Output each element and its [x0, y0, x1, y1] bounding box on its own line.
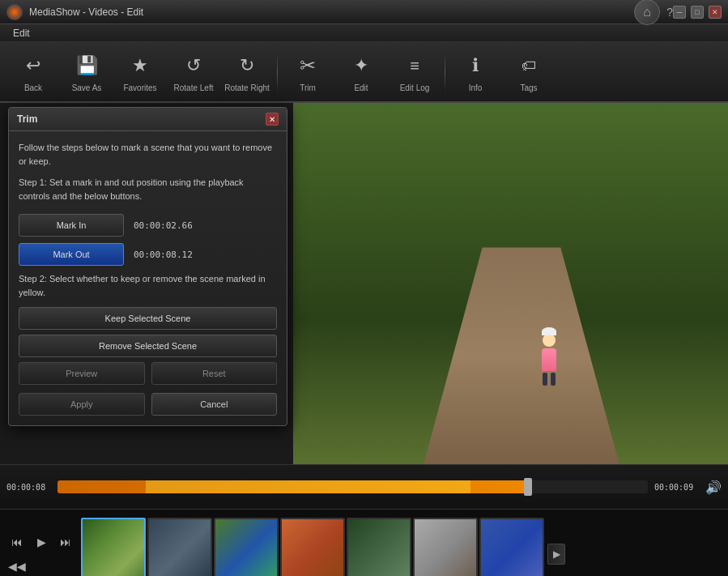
keep-scene-button[interactable]: Keep Selected Scene: [19, 307, 277, 330]
favorites-label: Favorites: [123, 83, 156, 92]
filmstrip: ⏮ ▶ ⏭ ◀◀ ▶: [0, 509, 728, 576]
rotate-right-icon: ↻: [232, 51, 262, 80]
playback-controls: 00:00:08 00:00:09 🔊: [0, 464, 728, 509]
dialog-step1: Step 1: Set a mark in and out position u…: [19, 176, 277, 203]
save-as-label: Save As: [72, 83, 102, 92]
title-bar: MediaShow - Videos - Edit ⌂ ? ─ □ ✕: [0, 0, 728, 24]
info-button[interactable]: ℹ Info: [450, 45, 500, 98]
menu-edit[interactable]: Edit: [6, 26, 36, 41]
info-icon: ℹ: [461, 51, 490, 80]
film-thumb-2[interactable]: [147, 518, 212, 577]
preview-reset-row: Preview Reset: [19, 362, 277, 385]
edit-icon: ✦: [347, 51, 376, 80]
timeline-selection: [146, 480, 470, 493]
film-ctrl-row-2: ◀◀: [6, 556, 76, 577]
dialog-title-text: Trim: [17, 113, 37, 125]
mark-in-time: 00:00:02.66: [134, 220, 193, 231]
film-thumb-6[interactable]: [413, 518, 478, 577]
menu-bar: Edit: [0, 24, 728, 42]
film-thumb-1-image: [83, 519, 144, 577]
mark-out-time: 00:00:08.12: [134, 250, 193, 260]
close-button[interactable]: ✕: [709, 6, 722, 19]
film-thumb-2-image: [149, 519, 211, 577]
rotate-left-label: Rotate Left: [174, 83, 214, 92]
child-body: [542, 348, 556, 371]
film-thumb-4[interactable]: [280, 518, 345, 577]
app-icon: [6, 4, 23, 20]
video-preview: [293, 103, 728, 464]
dialog-instructions: Follow the steps below to mark a scene t…: [19, 141, 277, 168]
dialog-body: Follow the steps below to mark a scene t…: [9, 131, 287, 425]
info-label: Info: [469, 83, 483, 92]
timeline-thumb[interactable]: [524, 478, 532, 496]
back-button[interactable]: ↩ Back: [8, 45, 58, 98]
dialog-close-button[interactable]: ✕: [266, 113, 279, 126]
dialog-title-bar: Trim ✕: [9, 108, 287, 131]
save-as-icon: 💾: [72, 51, 101, 80]
help-button[interactable]: ?: [666, 6, 673, 19]
reset-button[interactable]: Reset: [151, 362, 278, 385]
preview-button[interactable]: Preview: [19, 362, 145, 385]
child-leg-right: [551, 373, 556, 386]
save-as-button[interactable]: 💾 Save As: [62, 45, 112, 98]
favorites-icon: ★: [126, 51, 155, 80]
apply-button[interactable]: Apply: [19, 393, 145, 416]
back-label: Back: [24, 83, 42, 92]
toolbar: ↩ Back 💾 Save As ★ Favorites ↺ Rotate Le…: [0, 42, 728, 103]
cancel-button[interactable]: Cancel: [151, 393, 278, 416]
film-thumb-6-image: [415, 519, 476, 577]
favorites-button[interactable]: ★ Favorites: [115, 45, 165, 98]
trim-label: Trim: [300, 83, 316, 92]
film-thumb-1[interactable]: [81, 518, 146, 577]
child-leg-left: [543, 373, 547, 386]
rewind-button[interactable]: ◀◀: [6, 556, 28, 577]
film-thumb-5[interactable]: [347, 518, 411, 577]
volume-icon[interactable]: 🔊: [705, 480, 722, 495]
toolbar-separator-1: [277, 52, 278, 92]
edit-button[interactable]: ✦ Edit: [336, 45, 386, 98]
film-thumb-4-image: [282, 519, 343, 577]
edit-label: Edit: [354, 83, 368, 92]
film-thumb-7-image: [481, 519, 543, 577]
filmstrip-nav-right[interactable]: ▶: [547, 544, 565, 565]
film-thumb-3[interactable]: [214, 518, 279, 577]
rotate-left-icon: ↺: [179, 51, 208, 80]
tags-label: Tags: [520, 83, 537, 92]
main-area: Trim ✕ Follow the steps below to mark a …: [0, 103, 728, 464]
maximize-button[interactable]: □: [691, 6, 704, 19]
mark-out-button[interactable]: Mark Out: [19, 243, 124, 266]
edit-log-icon: ≡: [400, 51, 429, 80]
edit-log-label: Edit Log: [400, 83, 430, 92]
mark-in-button[interactable]: Mark In: [19, 214, 124, 237]
rotate-right-label: Rotate Right: [224, 83, 270, 92]
tags-button[interactable]: 🏷 Tags: [504, 45, 554, 98]
home-button[interactable]: ⌂: [634, 0, 660, 25]
child-hat: [542, 327, 556, 335]
trim-button[interactable]: ✂ Trim: [283, 45, 333, 98]
film-thumb-3-image: [215, 519, 277, 577]
video-child-figure: [537, 326, 561, 374]
rotate-left-button[interactable]: ↺ Rotate Left: [168, 45, 219, 98]
child-legs: [537, 373, 561, 386]
play-button[interactable]: ▶: [31, 531, 52, 553]
mark-out-row: Mark Out 00:00:08.12: [19, 243, 277, 266]
app-title: MediaShow - Videos - Edit: [29, 6, 634, 18]
child-head: [543, 334, 556, 347]
window-controls: ─ □ ✕: [673, 6, 722, 19]
film-transport-controls: ⏮ ▶ ⏭ ◀◀: [3, 531, 79, 577]
timeline-track[interactable]: [57, 480, 648, 493]
film-thumb-7[interactable]: [479, 518, 544, 577]
time-end-label: 00:00:09: [654, 483, 699, 492]
trim-dialog: Trim ✕ Follow the steps below to mark a …: [8, 107, 287, 426]
remove-scene-button[interactable]: Remove Selected Scene: [19, 335, 277, 357]
skip-to-end-button[interactable]: ⏭: [55, 531, 76, 553]
film-ctrl-row-1: ⏮ ▶ ⏭: [6, 531, 76, 553]
toolbar-separator-2: [445, 52, 445, 92]
dialog-step2: Step 2: Select whether to keep or remove…: [19, 272, 277, 299]
time-start-label: 00:00:08: [6, 483, 51, 492]
skip-to-start-button[interactable]: ⏮: [6, 531, 28, 553]
rotate-right-button[interactable]: ↻ Rotate Right: [222, 45, 272, 98]
minimize-button[interactable]: ─: [673, 6, 686, 19]
mark-in-row: Mark In 00:00:02.66: [19, 214, 277, 237]
edit-log-button[interactable]: ≡ Edit Log: [390, 45, 440, 98]
